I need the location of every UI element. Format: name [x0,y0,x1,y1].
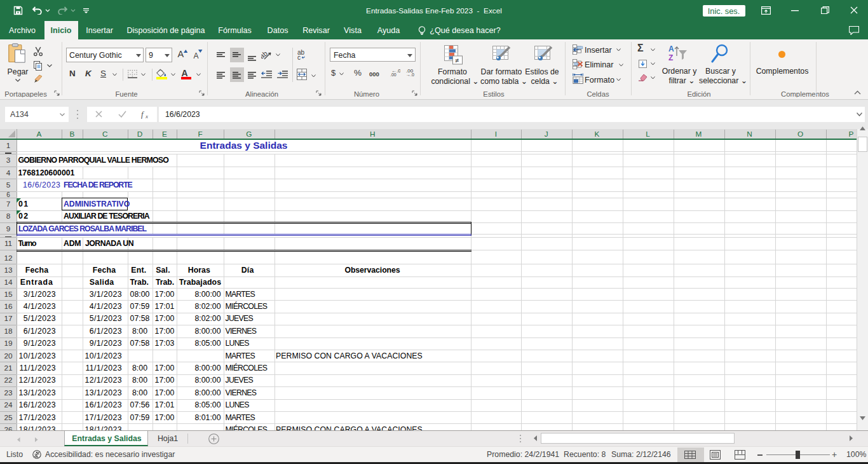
svg-text:f: f [141,109,145,119]
svg-text:A: A [668,44,674,53]
svg-text:,00: ,00 [390,72,397,77]
svg-text:Z: Z [668,53,673,62]
svg-text:≠: ≠ [455,57,459,64]
svg-text:x: x [145,113,148,119]
svg-text:→,0: →,0 [406,72,414,77]
svg-text:c: c [297,54,301,60]
